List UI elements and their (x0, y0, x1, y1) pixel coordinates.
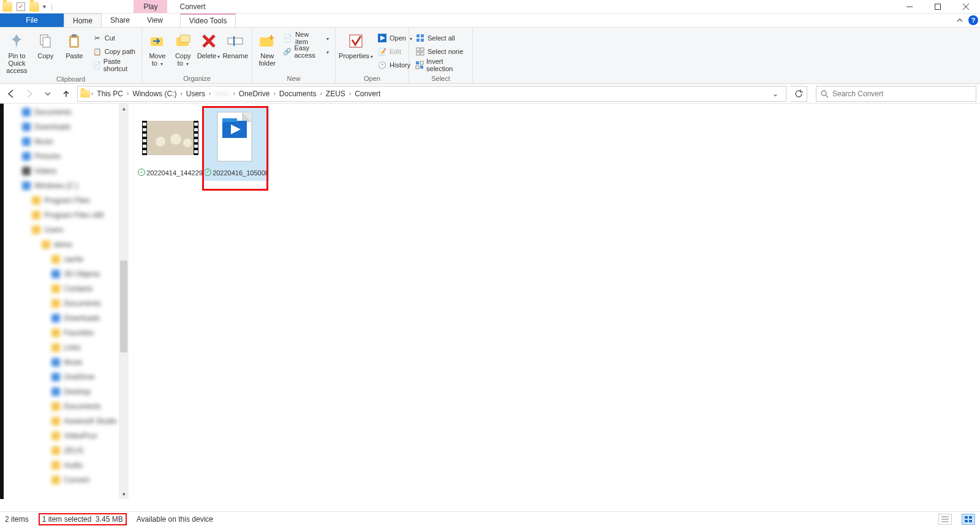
tree-scrollbar[interactable]: ▴ ▾ (119, 104, 129, 499)
crumb-drive[interactable]: Windows (C:) (130, 90, 179, 98)
tree-item[interactable]: Program Files x86 (4, 208, 129, 223)
address-dropdown-icon[interactable]: ⌄ (767, 90, 783, 98)
tree-item[interactable]: Windows (C:) (4, 178, 129, 193)
properties-icon (346, 31, 366, 51)
crumb-user-redacted[interactable]: —— (212, 90, 232, 98)
quick-access-save-icon[interactable] (16, 2, 26, 12)
refresh-button[interactable] (790, 86, 807, 102)
svg-rect-62 (965, 516, 968, 519)
svg-rect-28 (416, 61, 419, 64)
details-view-button[interactable] (938, 514, 952, 525)
tree-item[interactable]: Contacts (4, 281, 129, 296)
crumb-convert[interactable]: Convert (352, 90, 383, 98)
chevron-right-icon[interactable]: › (273, 90, 275, 97)
crumb-documents[interactable]: Documents (277, 90, 319, 98)
minimize-button[interactable] (895, 0, 924, 13)
nav-tree[interactable]: Documents Downloads Music Pictures Video… (4, 104, 129, 499)
new-folder-button[interactable]: New folder (256, 30, 278, 67)
tree-item[interactable]: Pictures (4, 149, 129, 164)
chevron-right-icon[interactable]: › (91, 90, 93, 97)
tab-share[interactable]: Share (102, 13, 138, 27)
tree-item[interactable]: Users (4, 223, 129, 237)
easy-access-button[interactable]: 🔗Easy access (281, 45, 331, 58)
crumb-users[interactable]: Users (184, 90, 208, 98)
tree-item[interactable]: Music (4, 355, 129, 370)
new-item-button[interactable]: 📄New item (281, 31, 331, 45)
svg-rect-48 (194, 150, 198, 153)
chevron-right-icon[interactable]: › (320, 90, 322, 97)
crumb-this-pc[interactable]: This PC (94, 90, 126, 98)
tree-item[interactable]: ZEUS (4, 443, 129, 458)
copy-path-button[interactable]: 📋Copy path (90, 45, 138, 58)
copy-to-button[interactable]: Copy to (172, 30, 195, 68)
paste-button[interactable]: Paste (61, 30, 88, 59)
chevron-right-icon[interactable]: › (349, 90, 351, 97)
pin-to-quick-access-button[interactable]: Pin to Quick access (4, 30, 30, 74)
tree-item[interactable]: Music (4, 134, 129, 149)
tab-video-tools[interactable]: Video Tools (180, 13, 236, 27)
maximize-button[interactable] (924, 0, 952, 13)
search-box[interactable] (816, 86, 976, 102)
scroll-down-icon[interactable]: ▾ (123, 489, 126, 499)
nav-recent-dropdown[interactable] (40, 86, 55, 101)
crumb-zeus[interactable]: ZEUS (323, 90, 348, 98)
select-none-button[interactable]: Select none (413, 45, 469, 58)
tree-item[interactable]: Documents (4, 296, 129, 311)
tab-home[interactable]: Home (64, 13, 102, 27)
tree-item[interactable]: Downloads (4, 311, 129, 326)
tree-item[interactable]: Links (4, 340, 129, 355)
sync-status-icon (204, 169, 211, 176)
qat-dropdown-icon[interactable]: ▾ (43, 3, 46, 10)
tree-item[interactable]: Documents (4, 105, 129, 120)
tree-item[interactable]: Program Files (4, 193, 129, 208)
scroll-thumb[interactable] (120, 261, 127, 353)
icons-view-button[interactable] (962, 514, 975, 525)
help-button[interactable]: ? (967, 13, 980, 27)
cut-button[interactable]: ✂Cut (90, 31, 138, 45)
ribbon-collapse-icon[interactable] (953, 13, 967, 27)
tree-item[interactable]: VideoProc (4, 429, 129, 443)
tab-view[interactable]: View (138, 13, 172, 27)
scissors-icon: ✂ (92, 33, 102, 43)
tree-item[interactable]: Downloads (4, 120, 129, 134)
tree-item[interactable]: demo (4, 237, 129, 252)
tree-item[interactable]: Documents (4, 399, 129, 414)
crumb-onedrive[interactable]: OneDrive (236, 90, 273, 98)
delete-button[interactable]: Delete (197, 30, 221, 61)
tab-file[interactable]: File (0, 13, 64, 27)
tree-item[interactable]: Aiseesoft Studio (4, 414, 129, 429)
chevron-right-icon[interactable]: › (180, 90, 182, 97)
tree-item[interactable]: OneDrive (4, 370, 129, 384)
history-icon: 🕑 (377, 60, 387, 70)
tree-item[interactable]: Favorites (4, 326, 129, 340)
chevron-right-icon[interactable]: › (233, 90, 235, 97)
nav-back-button[interactable] (4, 86, 18, 101)
tree-item[interactable]: Videos (4, 164, 129, 178)
properties-button[interactable]: Properties (339, 30, 372, 61)
tree-item[interactable]: Desktop (4, 384, 129, 399)
select-all-icon (415, 33, 425, 43)
tree-item[interactable]: Convert (4, 473, 129, 487)
window-title: Convert (179, 0, 205, 13)
scroll-up-icon[interactable]: ▴ (123, 104, 126, 113)
paste-shortcut-button[interactable]: 📄Paste shortcut (90, 58, 138, 72)
chevron-right-icon[interactable]: › (209, 90, 211, 97)
copy-button[interactable]: Copy (32, 30, 59, 59)
chevron-right-icon[interactable]: › (127, 90, 129, 97)
tree-item[interactable]: 3D Objects (4, 267, 129, 281)
tree-item[interactable]: cache (4, 252, 129, 267)
file-item-selected[interactable]: 20220416_105008 (205, 107, 268, 180)
search-input[interactable] (832, 90, 972, 98)
file-item[interactable]: 20220414_144229 (138, 107, 202, 180)
rename-button[interactable]: Rename (222, 30, 248, 59)
video-thumbnail-icon (142, 110, 198, 166)
select-all-button[interactable]: Select all (413, 31, 469, 45)
tree-item[interactable]: Audio (4, 458, 129, 473)
ribbon-tabs: File Home Share View Video Tools ? (0, 13, 980, 28)
close-button[interactable] (952, 0, 980, 13)
address-bar[interactable]: › This PC › Windows (C:) › Users › —— › … (77, 86, 786, 102)
nav-up-button[interactable] (59, 86, 74, 101)
move-to-button[interactable]: Move to (146, 30, 169, 68)
file-pane[interactable]: 20220414_144229 20220416_105008 (129, 104, 980, 499)
contextual-tab-play[interactable]: Play (134, 0, 167, 13)
